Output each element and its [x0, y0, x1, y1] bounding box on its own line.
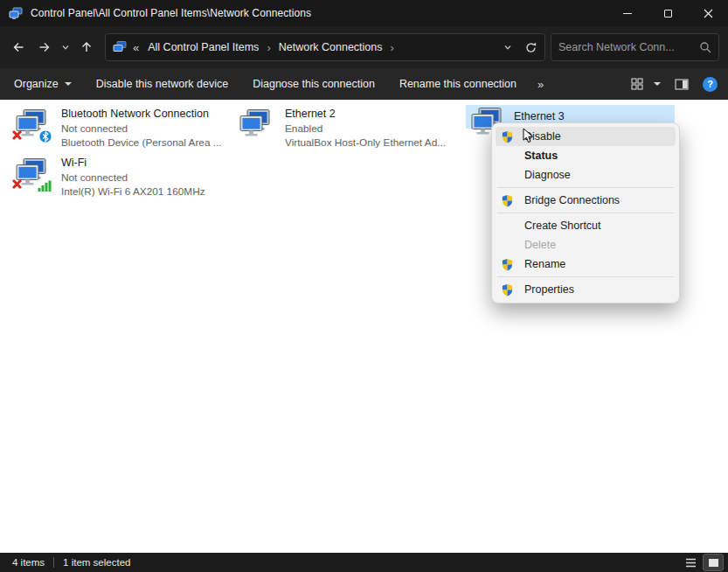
menu-label: Create Shortcut [524, 220, 601, 232]
preview-pane-button[interactable] [675, 79, 689, 90]
diagnose-connection-label: Diagnose this connection [253, 78, 375, 90]
window-network-icon [9, 7, 23, 20]
menu-label: Bridge Connections [524, 194, 620, 206]
help-icon: ? [707, 79, 713, 89]
menu-label: Diagnose [524, 169, 571, 181]
connection-device: VirtualBox Host-Only Ethernet Ad... [285, 136, 456, 150]
maximize-button[interactable] [648, 0, 688, 26]
selection-count: 1 item selected [63, 557, 130, 568]
toolbar-overflow-button[interactable]: » [529, 78, 552, 91]
preview-pane-icon [675, 79, 689, 90]
menu-item-diagnose[interactable]: Diagnose [496, 165, 676, 185]
menu-item-rename[interactable]: Rename [496, 255, 676, 274]
menu-separator [497, 276, 674, 277]
window-title: Control Panel\All Control Panel Items\Ne… [31, 7, 311, 19]
minimize-button[interactable] [607, 0, 648, 26]
navigation-bar: « All Control Panel Items › Network Conn… [0, 26, 728, 68]
items-count: 4 items [12, 557, 45, 568]
back-arrow-icon [11, 40, 25, 54]
status-bar: 4 items 1 item selected [0, 553, 728, 572]
disconnected-x-icon [11, 178, 23, 190]
status-divider [53, 557, 54, 568]
close-button[interactable] [688, 0, 728, 26]
breadcrumb-chevron-icon[interactable]: › [391, 41, 394, 54]
organize-label: Organize [14, 78, 59, 90]
up-arrow-icon [80, 40, 94, 54]
menu-label: Delete [524, 239, 556, 251]
help-button[interactable]: ? [703, 77, 718, 92]
uac-shield-icon [501, 283, 524, 296]
menu-item-properties[interactable]: Properties [496, 280, 676, 299]
recent-pages-button[interactable] [58, 34, 73, 60]
address-bar[interactable]: « All Control Panel Items › Network Conn… [105, 33, 545, 61]
details-view-icon [685, 558, 697, 568]
chevron-down-icon [61, 43, 70, 52]
address-bar-controls [503, 41, 539, 54]
menu-separator [497, 187, 674, 188]
maximize-icon [664, 10, 672, 17]
uac-shield-icon [501, 130, 524, 143]
change-view-button[interactable] [631, 78, 661, 90]
large-icons-view-button[interactable] [704, 555, 723, 570]
connection-wifi[interactable]: Wi-Fi Not connected Intel(R) Wi-Fi 6 AX2… [14, 156, 232, 198]
minimize-icon [623, 13, 632, 14]
mouse-cursor-icon [523, 128, 534, 148]
window-controls [607, 0, 728, 26]
connection-status: Not connected [61, 171, 232, 185]
connection-ethernet-2[interactable]: Ethernet 2 Enabled VirtualBox Host-Only … [238, 107, 456, 149]
forward-arrow-icon [38, 40, 52, 54]
dropdown-caret-icon [65, 82, 72, 86]
connection-name: Ethernet 2 [285, 107, 456, 122]
up-button[interactable] [73, 34, 100, 60]
context-menu: Disable Status Diagnose Bridge Connectio… [491, 122, 680, 303]
forward-button[interactable] [31, 34, 58, 60]
wifi-signal-icon [38, 180, 52, 192]
command-toolbar: Organize Disable this network device Dia… [0, 68, 728, 100]
search-input[interactable] [558, 41, 699, 53]
connection-name: Bluetooth Network Connection [61, 107, 232, 122]
connection-device: Intel(R) Wi-Fi 6 AX201 160MHz [61, 185, 232, 199]
menu-separator [497, 213, 674, 213]
network-adapter-icon [14, 157, 52, 191]
menu-item-delete: Delete [496, 235, 676, 255]
connection-status: Enabled [285, 122, 456, 136]
details-view-button[interactable] [681, 555, 700, 570]
dropdown-caret-icon [654, 82, 661, 86]
disconnected-x-icon [11, 129, 23, 141]
menu-item-status[interactable]: Status [496, 146, 676, 165]
network-connections-window: Control Panel\All Control Panel Items\Ne… [0, 0, 728, 572]
toolbar-right-group: ? [631, 77, 728, 92]
menu-label: Rename [524, 258, 565, 270]
breadcrumb-item-network-connections[interactable]: Network Connections [277, 41, 385, 53]
breadcrumb-item-all-control-panel-items[interactable]: All Control Panel Items [146, 41, 260, 53]
close-icon [704, 9, 713, 18]
search-box [551, 33, 719, 61]
breadcrumb-overflow[interactable]: « [133, 41, 139, 54]
search-icon[interactable] [699, 41, 711, 53]
uac-shield-icon [501, 258, 524, 271]
organize-button[interactable]: Organize [0, 68, 84, 100]
large-icons-view-icon [708, 558, 719, 568]
address-dropdown-icon[interactable] [503, 43, 512, 52]
tiles-view-icon [631, 78, 643, 90]
disable-device-command[interactable]: Disable this network device [84, 68, 240, 100]
titlebar: Control Panel\All Control Panel Items\Ne… [0, 0, 728, 26]
diagnose-connection-command[interactable]: Diagnose this connection [240, 68, 387, 100]
network-adapter-icon [238, 108, 276, 142]
breadcrumb-network-icon [113, 41, 127, 53]
connection-device: Bluetooth Device (Personal Area ... [61, 136, 232, 150]
breadcrumb-chevron-icon[interactable]: › [267, 41, 270, 54]
rename-connection-label: Rename this connection [399, 78, 517, 90]
connection-status: Not connected [61, 122, 232, 136]
menu-label: Properties [524, 283, 574, 296]
menu-item-create-shortcut[interactable]: Create Shortcut [496, 216, 676, 235]
menu-item-bridge-connections[interactable]: Bridge Connections [496, 191, 676, 210]
statusbar-view-buttons [681, 555, 728, 570]
back-button[interactable] [5, 34, 31, 60]
menu-label: Status [524, 150, 558, 162]
bluetooth-icon [39, 130, 52, 143]
connection-bluetooth[interactable]: Bluetooth Network Connection Not connect… [14, 107, 232, 149]
refresh-icon[interactable] [524, 41, 537, 54]
connection-name: Wi-Fi [61, 156, 232, 171]
rename-connection-command[interactable]: Rename this connection [387, 68, 529, 100]
